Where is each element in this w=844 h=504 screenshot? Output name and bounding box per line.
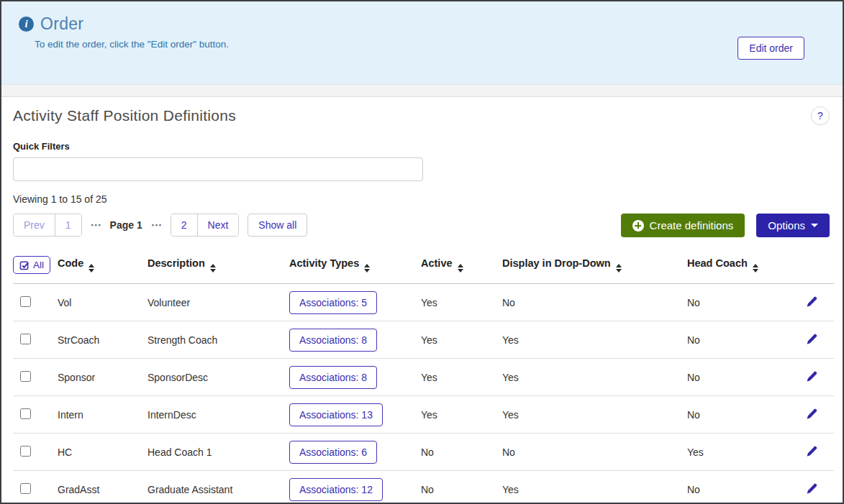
edit-row-button[interactable]: [804, 481, 820, 498]
head-coach-column-header[interactable]: Head Coach: [687, 252, 797, 284]
show-all-button[interactable]: Show all: [248, 214, 307, 237]
head-coach-cell: No: [687, 359, 797, 396]
sort-icon[interactable]: [458, 264, 463, 272]
current-page-label: Page 1: [110, 219, 142, 231]
page-2-button[interactable]: 2: [171, 214, 197, 236]
active-column-header[interactable]: Active: [421, 252, 502, 284]
quick-filters-input[interactable]: [13, 157, 423, 181]
associations-button[interactable]: Associations: 8: [289, 329, 377, 352]
display-in-dropdown-column-label: Display in Drop-Down: [502, 257, 611, 269]
create-definitions-button[interactable]: Create definitions: [621, 214, 745, 237]
viewing-text: Viewing 1 to 15 of 25: [13, 193, 831, 205]
pagination-ellipsis-left: ⋯: [91, 219, 101, 232]
options-label: Options: [768, 219, 805, 232]
check-square-icon: [19, 260, 30, 270]
sort-icon[interactable]: [616, 264, 622, 272]
active-cell: No: [421, 471, 502, 504]
prev-button[interactable]: Prev: [14, 214, 55, 236]
code-cell: GradAsst: [58, 471, 148, 504]
display-in-dropdown-cell: Yes: [502, 471, 687, 504]
description-cell: InternDesc: [148, 396, 289, 434]
row-checkbox[interactable]: [20, 334, 31, 344]
code-column-label: Code: [58, 257, 83, 269]
create-definitions-label: Create definitions: [650, 219, 734, 232]
banner-title: Order: [40, 14, 843, 34]
pencil-icon: [806, 482, 818, 495]
code-cell: HC: [58, 434, 148, 471]
row-checkbox[interactable]: [20, 483, 31, 494]
active-cell: Yes: [421, 359, 502, 396]
display-in-dropdown-column-header[interactable]: Display in Drop-Down: [502, 252, 687, 284]
main-content: Activity Staff Position Definitions ? Qu…: [1, 106, 843, 504]
display-in-dropdown-cell: Yes: [502, 359, 687, 396]
edit-order-button[interactable]: Edit order: [738, 37, 804, 60]
pencil-icon: [806, 295, 818, 308]
associations-button[interactable]: Associations: 13: [289, 403, 383, 426]
help-icon[interactable]: ?: [811, 106, 830, 125]
row-checkbox[interactable]: [20, 371, 31, 382]
associations-button[interactable]: Associations: 5: [289, 291, 377, 314]
banner-subtitle: To edit the order, click the "Edit order…: [35, 39, 843, 50]
sort-icon[interactable]: [364, 264, 370, 272]
sort-icon[interactable]: [210, 264, 216, 272]
active-cell: Yes: [421, 284, 502, 321]
display-in-dropdown-cell: Yes: [502, 396, 687, 434]
page-1-button[interactable]: 1: [55, 214, 81, 236]
code-cell: Vol: [58, 284, 148, 321]
activity-types-column-header[interactable]: Activity Types: [289, 252, 421, 284]
section-divider: [1, 85, 843, 97]
active-column-label: Active: [421, 257, 453, 269]
associations-button[interactable]: Associations: 12: [289, 478, 383, 501]
table-row: StrCoach Strength Coach Associations: 8 …: [13, 321, 834, 359]
description-cell: Strength Coach: [148, 321, 289, 359]
associations-button[interactable]: Associations: 6: [289, 441, 377, 464]
chevron-down-icon: [811, 224, 818, 227]
display-in-dropdown-cell: Yes: [502, 321, 687, 359]
table-row: Intern InternDesc Associations: 13 Yes Y…: [13, 396, 834, 434]
activity-types-column-label: Activity Types: [289, 257, 359, 269]
row-checkbox[interactable]: [20, 296, 31, 307]
pagination: Prev 1 ⋯ Page 1 ⋯ 2 Next Show all: [13, 214, 307, 237]
definitions-table: All Code Description Activity Types Acti…: [13, 252, 834, 504]
head-coach-column-label: Head Coach: [687, 257, 748, 269]
select-all-label: All: [33, 260, 44, 270]
table-row: HC Head Coach 1 Associations: 6 No No Ye…: [13, 434, 834, 471]
description-cell: Volunteer: [148, 284, 289, 321]
display-in-dropdown-cell: No: [502, 284, 687, 321]
select-all-header: All: [13, 252, 58, 284]
sort-icon[interactable]: [753, 264, 758, 272]
head-coach-cell: No: [687, 396, 797, 434]
plus-icon: [632, 220, 644, 232]
pagination-ellipsis-right: ⋯: [151, 219, 162, 232]
active-cell: Yes: [421, 321, 502, 359]
code-column-header[interactable]: Code: [58, 252, 148, 284]
edit-row-button[interactable]: [804, 294, 820, 311]
pencil-icon: [806, 408, 818, 420]
select-all-button[interactable]: All: [13, 256, 50, 274]
edit-row-button[interactable]: [804, 369, 820, 386]
sort-icon[interactable]: [89, 264, 94, 272]
display-in-dropdown-cell: No: [502, 434, 687, 471]
next-button[interactable]: Next: [197, 214, 239, 236]
description-column-label: Description: [148, 257, 205, 269]
row-checkbox[interactable]: [20, 408, 31, 419]
quick-filters-label: Quick Filters: [13, 141, 831, 152]
edit-row-button[interactable]: [804, 331, 820, 349]
pencil-icon: [806, 370, 818, 382]
associations-button[interactable]: Associations: 8: [289, 366, 377, 389]
description-cell: SponsorDesc: [148, 359, 289, 396]
options-button[interactable]: Options: [756, 214, 830, 237]
page-title: Activity Staff Position Definitions: [13, 107, 236, 124]
description-column-header[interactable]: Description: [148, 252, 289, 284]
order-banner: i Order To edit the order, click the "Ed…: [1, 1, 843, 85]
edit-column-header: [797, 252, 834, 284]
head-coach-cell: Yes: [687, 434, 797, 471]
table-header-row: All Code Description Activity Types Acti…: [13, 252, 834, 284]
edit-row-button[interactable]: [804, 444, 820, 461]
pencil-icon: [806, 333, 818, 345]
edit-row-button[interactable]: [804, 406, 820, 423]
row-checkbox[interactable]: [20, 446, 31, 457]
head-coach-cell: No: [687, 471, 797, 504]
table-row: GradAsst Graduate Assistant Associations…: [13, 471, 834, 504]
head-coach-cell: No: [687, 284, 797, 321]
